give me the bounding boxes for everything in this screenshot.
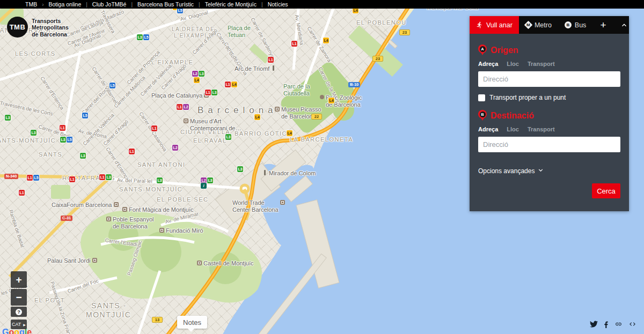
square-icon bbox=[114, 202, 119, 207]
origin-tab-adre-a[interactable]: Adreça bbox=[478, 61, 498, 67]
monument-icon bbox=[264, 170, 266, 175]
badge-l1: L1 bbox=[99, 174, 105, 180]
area-label: SANTS-MONTJUÏC bbox=[119, 186, 182, 192]
nav-item-telef-ric-de-montju-c[interactable]: Telefèric de Montjuïc bbox=[205, 1, 257, 8]
badge-l3: L3 bbox=[207, 177, 213, 183]
museum-icon bbox=[159, 228, 164, 233]
area-label: BARRIO GÓTICO bbox=[235, 130, 292, 137]
badge-l5: L5 bbox=[33, 175, 39, 181]
twitter-share-icon[interactable] bbox=[590, 321, 598, 328]
badge-l1: L1 bbox=[151, 125, 157, 131]
poi-label: Palau Sant Jordi bbox=[47, 257, 97, 264]
badge-l5: L5 bbox=[109, 83, 115, 88]
badge-l1: L1 bbox=[291, 41, 297, 47]
badge-b-10: B-10 bbox=[348, 82, 360, 87]
advanced-options-toggle[interactable]: Opcions avançades bbox=[478, 166, 620, 176]
badge-l3: L3 bbox=[60, 137, 66, 143]
square-icon bbox=[92, 258, 97, 263]
badge-l5: L5 bbox=[143, 34, 149, 40]
destination-subtabs: AdreçaLlocTransport bbox=[478, 126, 620, 132]
destination-tab-adre-a[interactable]: Adreça bbox=[478, 126, 498, 132]
origin-address-input[interactable] bbox=[478, 71, 620, 87]
nav-item-not-cies[interactable]: Notícies bbox=[268, 1, 288, 8]
castle-icon bbox=[197, 261, 202, 265]
badge-l4: L4 bbox=[323, 38, 329, 43]
advanced-options-label: Opcions avançades bbox=[478, 167, 535, 175]
poi-label: Parc Zoològicde Barcelona bbox=[320, 94, 362, 108]
walk-icon bbox=[476, 21, 483, 29]
museum-icon bbox=[275, 107, 280, 112]
notes-text: Notes bbox=[183, 318, 201, 326]
origin-tab-lloc[interactable]: Lloc bbox=[507, 61, 519, 67]
area-label: LA BARCELONETA bbox=[290, 136, 353, 143]
link-share-icon[interactable] bbox=[614, 321, 623, 328]
question-icon: ? bbox=[16, 309, 22, 315]
street-label: Carrer l'Estadi bbox=[105, 237, 137, 247]
street-label: Carrer de Zamora bbox=[306, 26, 332, 63]
help-button[interactable]: ? bbox=[11, 307, 27, 317]
app-root: SANT GERVASILES CORTSLA DRETA DEL'EIXAMP… bbox=[0, 0, 644, 334]
nav-item-barcelona-bus-tur-stic[interactable]: Barcelona Bus Turístic bbox=[137, 1, 194, 8]
badge-l1: L1 bbox=[129, 149, 135, 154]
badge-l3: L3 bbox=[199, 71, 204, 77]
tab-metro[interactable]: MMetro bbox=[519, 16, 558, 34]
map-tooltip-notes: Notes bbox=[177, 316, 207, 329]
metro-icon: M bbox=[525, 22, 531, 28]
badge-: / bbox=[201, 183, 207, 189]
street-label: Carrer del Foc bbox=[67, 278, 99, 294]
origin-tab-transport[interactable]: Transport bbox=[528, 61, 555, 67]
monument-icon bbox=[273, 65, 274, 71]
search-button[interactable]: Cerca bbox=[592, 183, 620, 198]
chevron-up-icon bbox=[620, 21, 628, 29]
badge-l4: L4 bbox=[194, 77, 200, 83]
nav-separator: | bbox=[261, 2, 263, 8]
transport-near-point-row[interactable]: Transport proper a un punt bbox=[478, 94, 620, 101]
poi-label: Poble Espanyolde Barcelona bbox=[106, 216, 153, 229]
social-links bbox=[590, 321, 636, 328]
badge-l3: L3 bbox=[5, 115, 11, 121]
area-label: SANTS - bbox=[91, 301, 127, 310]
badge-l1: L1 bbox=[225, 81, 231, 87]
street-label: Carrer d'Entença bbox=[39, 76, 65, 111]
badge-23: 23 bbox=[399, 29, 410, 35]
area-label: L'EIXAMPLE bbox=[151, 59, 193, 65]
badge-l3: L3 bbox=[31, 130, 36, 136]
collapse-panel-button[interactable] bbox=[613, 16, 635, 34]
nav-item-club-jotmb[interactable]: Club JoTMBé bbox=[92, 1, 127, 8]
poi-label: Plaça deTetuan bbox=[228, 25, 251, 38]
facebook-share-icon[interactable] bbox=[604, 321, 609, 328]
nav-separator: | bbox=[199, 2, 200, 8]
city-label: Barcelona bbox=[197, 105, 277, 116]
nav-item-tmb[interactable]: TMB bbox=[25, 1, 37, 8]
badge-22: 22 bbox=[311, 114, 322, 120]
area-label: LA DRETA DE bbox=[172, 26, 215, 32]
paw-icon bbox=[320, 95, 324, 99]
destination-tab-lloc[interactable]: Lloc bbox=[507, 126, 519, 132]
nav-separator: | bbox=[86, 2, 87, 8]
embed-share-icon[interactable] bbox=[628, 321, 636, 328]
nav-item-botiga-online[interactable]: Botiga online bbox=[49, 1, 82, 8]
destination-tab-transport[interactable]: Transport bbox=[528, 126, 555, 132]
tmb-logo-circle: TMB bbox=[7, 17, 28, 38]
poi-label: World TradeCenter Barcelona bbox=[232, 199, 285, 213]
tab-vull-anar[interactable]: Vull anar bbox=[470, 16, 519, 34]
zoom-out-button[interactable]: − bbox=[11, 289, 27, 306]
area-label: SANTS-MONTJUÏC bbox=[0, 137, 56, 144]
zoom-in-button[interactable]: + bbox=[11, 271, 27, 288]
arrow-right-icon: ▶ bbox=[23, 323, 26, 326]
tmb-logo[interactable]: TMB TransportsMetropolitansde Barcelona bbox=[7, 17, 69, 38]
square-icon bbox=[280, 200, 285, 205]
museum-icon bbox=[106, 217, 111, 221]
tab-bus[interactable]: BBus bbox=[558, 16, 593, 34]
poi-label: Fundació Miró bbox=[159, 227, 203, 234]
transport-near-point-checkbox[interactable] bbox=[478, 94, 485, 101]
transport-near-point-label: Transport proper a un punt bbox=[489, 94, 566, 101]
badge-l1: L1 bbox=[69, 176, 75, 182]
nav-separator: | bbox=[131, 2, 133, 8]
language-button[interactable]: CAT▶ bbox=[11, 320, 27, 329]
tab-add[interactable]: + bbox=[592, 16, 613, 34]
poi-label: Museu d'ArtContemporani de… bbox=[184, 118, 241, 131]
destination-address-input[interactable] bbox=[478, 137, 620, 152]
origin-section-header: A Origen bbox=[478, 44, 620, 56]
badge-l2: L2 bbox=[183, 104, 189, 110]
